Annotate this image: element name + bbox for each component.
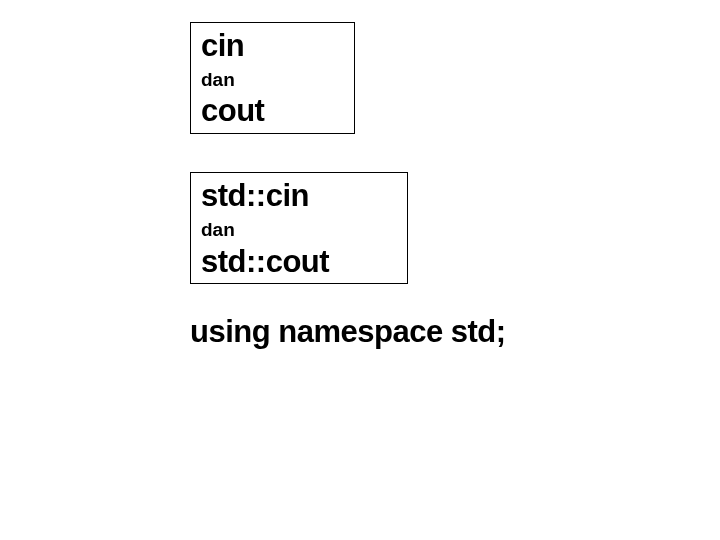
text-using-namespace: using namespace std; [190,314,506,350]
text-cin: cin [201,27,344,66]
text-dan-1: dan [201,68,344,93]
box-qualified-identifiers: std::cin dan std::cout [190,172,408,284]
text-cout: cout [201,92,344,131]
text-dan-2: dan [201,218,397,243]
text-std-cin: std::cin [201,177,397,216]
slide-content: cin dan cout std::cin dan std::cout usin… [190,22,506,350]
text-std-cout: std::cout [201,243,397,282]
box-plain-identifiers: cin dan cout [190,22,355,134]
